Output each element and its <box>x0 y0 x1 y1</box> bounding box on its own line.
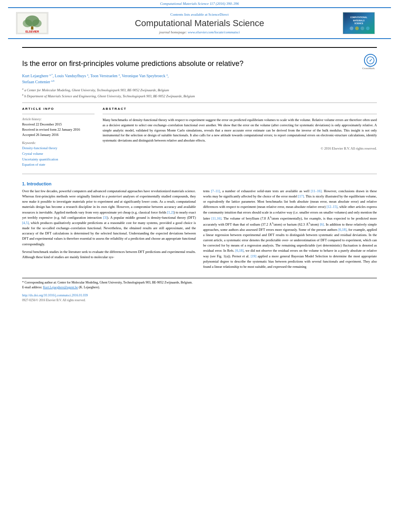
authors-line: Kurt Lejaeghere a,*, Louis Vanduyfhuys a… <box>22 72 377 85</box>
copyright-line: © 2016 Elsevier B.V. All rights reserved… <box>103 146 377 150</box>
affiliations: a a Center for Molecular Modeling, Ghent… <box>22 87 377 99</box>
top-divider <box>22 47 377 48</box>
abstract-title: ABSTRACT <box>103 107 377 111</box>
article-info-title: ARTICLE INFO <box>22 107 95 111</box>
intro-col-left: Over the last few decades, powerful comp… <box>22 189 196 272</box>
keyword-4: Equation of state <box>22 162 95 168</box>
svg-text:COMPUTATIONAL: COMPUTATIONAL <box>350 16 368 18</box>
journal-citation-bar: Computational Materials Science 117 (201… <box>0 0 399 7</box>
cms-logo: COMPUTATIONAL MATERIALS SCIENCE <box>343 12 383 34</box>
body-section: 1. Introduction Over the last few decade… <box>22 181 377 272</box>
intro-col-right: tems [7–11], a number of exhaustive soli… <box>203 189 377 272</box>
affiliation-a: a a Center for Molecular Modeling, Ghent… <box>22 87 377 93</box>
doi-link[interactable]: http://dx.doi.org/10.1016/j.commatsci.20… <box>22 293 377 298</box>
svg-text:MATERIALS: MATERIALS <box>353 20 365 22</box>
svg-point-3 <box>32 19 41 27</box>
svg-point-11 <box>350 27 354 30</box>
keyword-2: Crystal volume <box>22 151 95 157</box>
contents-available-line: Contents lists available at ScienceDirec… <box>56 12 343 16</box>
email-suffix: (K. Lejaeghere). <box>78 286 100 289</box>
affiliation-b-text: b Department of Materials Science and En… <box>24 94 195 98</box>
cms-logo-svg: COMPUTATIONAL MATERIALS SCIENCE <box>344 12 373 34</box>
abstract-text: Many benchmarks of density-functional th… <box>103 117 377 143</box>
affiliation-a-text: a Center for Molecular Modeling, Ghent U… <box>24 88 169 92</box>
article-info-col: ARTICLE INFO Article history: Received 2… <box>22 107 95 168</box>
elsevier-logo-img: ELSEVIER <box>16 12 48 34</box>
sciencedirect-link: ScienceDirect <box>208 12 228 16</box>
journal-url: journal homepage: www.elsevier.com/locat… <box>56 30 343 34</box>
intro-two-col: Over the last few decades, powerful comp… <box>22 189 377 272</box>
intro-para-1: Over the last few decades, powerful comp… <box>22 189 196 247</box>
elsevier-logo: ELSEVIER <box>16 12 56 34</box>
email-line: E-mail address: Kurt.Lejaeghere@ugent.be… <box>22 285 377 290</box>
svg-point-13 <box>361 27 364 30</box>
main-content: Is the error on first-principles volume … <box>0 39 399 306</box>
keywords-title: Keywords: <box>22 141 95 145</box>
intro-para-2: Several benchmark studies in the literat… <box>22 249 196 260</box>
journal-citation: Computational Materials Science 117 (201… <box>160 2 239 6</box>
journal-header: ELSEVIER Contents lists available at Sci… <box>8 7 391 39</box>
svg-rect-4 <box>31 27 33 30</box>
svg-text:ELSEVIER: ELSEVIER <box>25 30 39 33</box>
keyword-1: Density-functional theory <box>22 146 95 151</box>
keywords-list: Density-functional theory Crystal volume… <box>22 146 95 167</box>
footnote-area: * Corresponding author at: Center for Mo… <box>22 278 377 302</box>
affiliation-b: b b Department of Materials Science and … <box>22 93 377 99</box>
intro-para-3: tems [7–11], a number of exhaustive soli… <box>203 189 377 269</box>
corresponding-author-note: * Corresponding author at: Center for Mo… <box>22 280 377 285</box>
mid-divider <box>22 103 377 103</box>
body-top-divider <box>22 174 377 174</box>
journal-header-center: Contents lists available at ScienceDirec… <box>56 12 343 34</box>
svg-point-2 <box>23 19 32 27</box>
accepted-date: Accepted 26 January 2016 <box>22 132 95 138</box>
contents-text: Contents lists available at <box>171 12 208 16</box>
svg-point-12 <box>355 27 359 30</box>
cms-logo-img: COMPUTATIONAL MATERIALS SCIENCE <box>343 12 375 34</box>
email-label: E-mail address: <box>22 286 43 289</box>
received-date: Received 22 December 2015 <box>22 122 95 127</box>
svg-point-14 <box>366 27 370 30</box>
author-2: Stefaan Cottenier a,b <box>22 80 55 84</box>
abstract-col: ABSTRACT Many benchmarks of density-func… <box>103 107 377 168</box>
crossmark-badge[interactable]: ✓ <box>364 54 377 67</box>
author-1: Kurt Lejaeghere a,*, Louis Vanduyfhuys a… <box>22 74 169 78</box>
abstract-divider <box>103 114 377 114</box>
doi-text: http://dx.doi.org/10.1016/j.commatsci.20… <box>22 294 88 297</box>
issn-line: 0927-0256/© 2016 Elsevier B.V. All right… <box>22 298 377 302</box>
crossmark-icon: ✓ <box>366 56 374 64</box>
url-prefix: journal homepage: <box>159 30 188 34</box>
journal-url-value: www.elsevier.com/locate/commatsci <box>188 30 240 34</box>
keyword-3: Uncertainty quantification <box>22 157 95 162</box>
intro-section-title: 1. Introduction <box>22 181 377 186</box>
journal-title: Computational Materials Science <box>56 18 343 29</box>
info-divider <box>22 114 95 114</box>
history-title: Article history: <box>22 117 95 121</box>
elsevier-logo-svg: ELSEVIER <box>16 12 48 34</box>
svg-text:✓: ✓ <box>369 58 372 63</box>
title-row: Is the error on first-principles volume … <box>22 52 377 72</box>
info-abstract-section: ARTICLE INFO Article history: Received 2… <box>22 107 377 168</box>
email-link[interactable]: Kurt.Lejaeghere@ugent.be <box>43 286 78 289</box>
revised-date: Received in revised form 22 January 2016 <box>22 127 95 132</box>
article-title: Is the error on first-principles volume … <box>22 59 243 68</box>
svg-text:SCIENCE: SCIENCE <box>354 23 364 25</box>
crossmark-label: CrossMark <box>360 67 377 70</box>
crossmark-container: ✓ CrossMark <box>360 54 377 70</box>
